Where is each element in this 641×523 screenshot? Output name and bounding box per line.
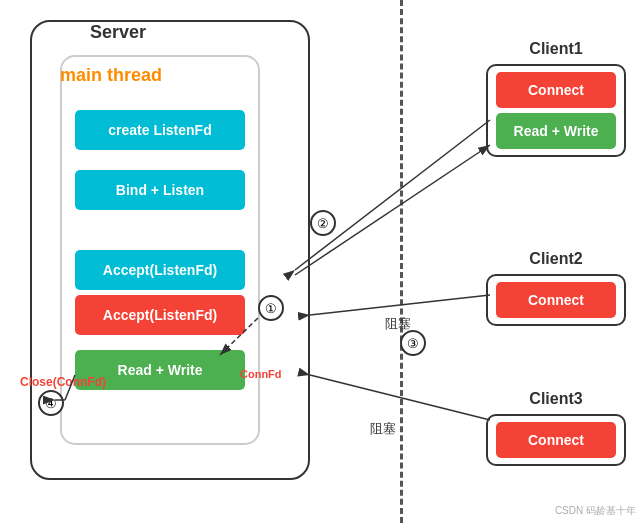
client3-box: Connect — [486, 414, 626, 466]
dashed-divider — [400, 0, 403, 523]
client2-connect: Connect — [496, 282, 616, 318]
svg-line-2 — [295, 120, 490, 270]
server-label: Server — [90, 22, 146, 43]
label-close-connfd: Close(ConnFd) — [20, 375, 106, 389]
client2-label: Client2 — [486, 250, 626, 268]
watermark: CSDN 码龄基十年 — [555, 504, 636, 518]
block-bind-listen: Bind + Listen — [75, 170, 245, 210]
client1-readwrite: Read + Write — [496, 113, 616, 149]
client1-label: Client1 — [486, 40, 626, 58]
circle-1: ① — [258, 295, 284, 321]
client3-connect: Connect — [496, 422, 616, 458]
client1-box: Connect Read + Write — [486, 64, 626, 157]
circle-3: ③ — [400, 330, 426, 356]
circle-2: ② — [310, 210, 336, 236]
client1-connect: Connect — [496, 72, 616, 108]
client1-area: Client1 Connect Read + Write — [486, 40, 626, 157]
label-blocking1: 阻塞 — [385, 315, 411, 333]
label-blocking2: 阻塞 — [370, 420, 396, 438]
block-accept1: Accept(ListenFd) — [75, 250, 245, 290]
circle-4: ④ — [38, 390, 64, 416]
block-create-listenfd: create ListenFd — [75, 110, 245, 150]
diagram: Server main thread create ListenFd Bind … — [0, 0, 641, 523]
client3-area: Client3 Connect — [486, 390, 626, 466]
block-accept2: Accept(ListenFd) — [75, 295, 245, 335]
client3-label: Client3 — [486, 390, 626, 408]
client2-area: Client2 Connect — [486, 250, 626, 326]
main-thread-label: main thread — [60, 65, 162, 86]
client2-box: Connect — [486, 274, 626, 326]
label-connfd: ConnFd — [240, 368, 282, 380]
